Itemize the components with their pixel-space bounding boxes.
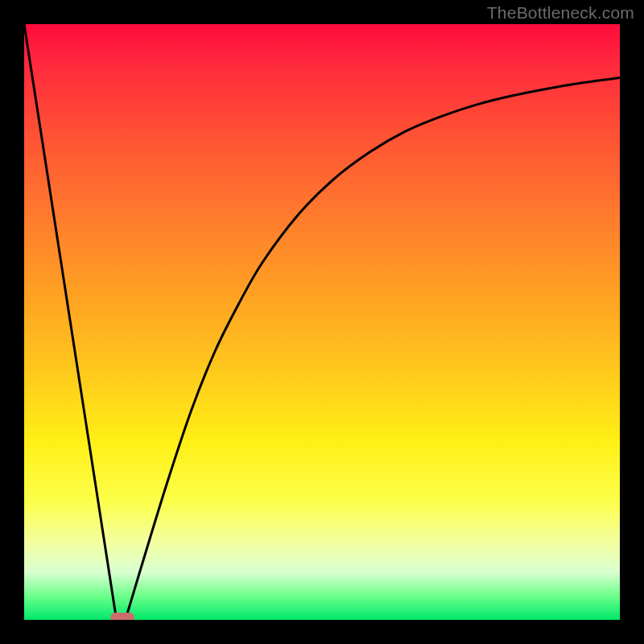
plot-area (24, 24, 620, 620)
chart-lines (24, 24, 620, 620)
watermark-text: TheBottleneck.com (487, 3, 634, 23)
chart-frame: TheBottleneck.com (0, 0, 644, 644)
right-curve (126, 78, 620, 620)
marker-pill (110, 613, 134, 620)
left-line (24, 24, 117, 620)
curve-group (24, 24, 620, 620)
